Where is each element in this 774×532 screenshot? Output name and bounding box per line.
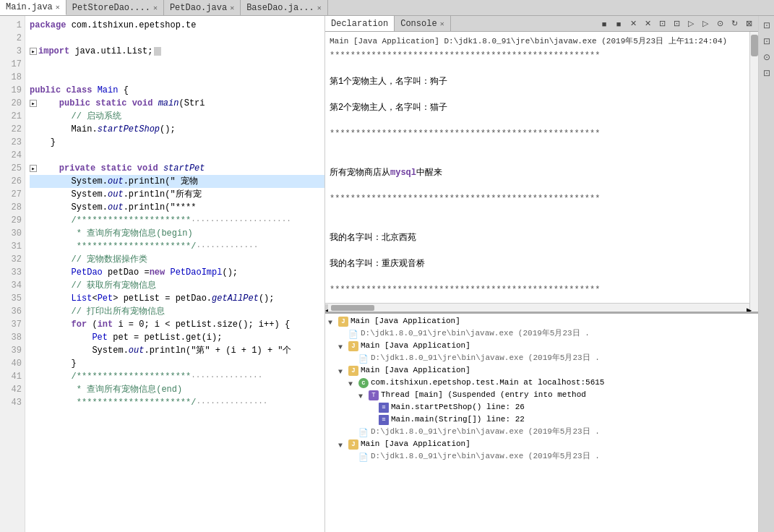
toolbar-btn-stop[interactable]: ■: [598, 17, 611, 30]
debug-item-8[interactable]: ≡ Main.main(String[]) line: 22: [325, 413, 758, 426]
ln-37: 37: [0, 318, 22, 331]
side-btn-3[interactable]: ⊙: [760, 51, 773, 64]
side-btn-1[interactable]: ⊡: [760, 19, 773, 32]
debug-item-6[interactable]: ▼ T Thread [main] (Suspended (entry into…: [325, 389, 758, 401]
toolbar-btn-stop2[interactable]: ■: [612, 17, 625, 30]
import-bracket: [154, 47, 161, 56]
panel-tab-bar: Declaration Console ✕ ■ ■ ✕ ✕ ⊡ ⊡ ▷ ▷ ⊙ …: [325, 16, 758, 32]
expand-icon-4[interactable]: ▼: [338, 366, 348, 376]
no-expand-1: [338, 329, 348, 339]
toolbar-btn-debug[interactable]: ⊙: [713, 17, 726, 30]
console-header: Main [Java Application] D:\jdk1.8.0_91\j…: [330, 35, 754, 48]
debug-item-4[interactable]: ▼ J Main [Java Application]: [325, 364, 758, 377]
expand-icon-10[interactable]: ▼: [338, 439, 348, 450]
fold-marker-20[interactable]: ▸: [30, 100, 37, 107]
debug-item-1[interactable]: 📄 D:\jdk1.8.0_91\jre\bin\javaw.exe (2019…: [325, 327, 758, 340]
ln-25: 25: [0, 162, 22, 175]
ln-21: 21: [0, 110, 22, 123]
exe-icon-1: 📄: [348, 329, 358, 339]
code-line-40: }: [30, 357, 324, 370]
app-icon-4: J: [348, 366, 358, 376]
tab-petdao[interactable]: PetDao.java ✕: [164, 0, 241, 15]
expand-icon-2[interactable]: ▼: [338, 341, 348, 351]
console-asterisks-3: ****************************************…: [330, 192, 754, 205]
tab-petstoredao[interactable]: PetStoreDao.... ✕: [66, 0, 164, 15]
tab-console-label: Console: [400, 19, 437, 29]
debug-item-3[interactable]: 📄 D:\jdk1.8.0_91\jre\bin\javaw.exe (2019…: [325, 352, 758, 364]
no-expand-8: [369, 415, 379, 425]
tab-bar: Main.java ✕ PetStoreDao.... ✕ PetDao.jav…: [0, 0, 774, 16]
toolbar-btn-x[interactable]: ⊠: [742, 17, 755, 30]
toolbar-btn-run2[interactable]: ▷: [699, 17, 712, 30]
debug-item-7[interactable]: ≡ Main.startPetShop() line: 26: [325, 401, 758, 413]
code-lines[interactable]: package com.itshixun.epetshop.te ▸ impor…: [25, 16, 324, 532]
tab-close-basedao[interactable]: ✕: [317, 4, 322, 12]
toolbar-btn-layout2[interactable]: ⊡: [670, 17, 683, 30]
class-icon-5: c: [358, 378, 369, 388]
debug-item-0[interactable]: ▼ J Main [Java Application]: [325, 315, 758, 327]
expand-icon-5[interactable]: ▼: [348, 378, 358, 388]
exe-icon-3: 📄: [358, 353, 369, 364]
console-scrollbar[interactable]: [749, 32, 758, 312]
keyword-package: package: [30, 19, 66, 32]
side-toolbar: ⊡ ⊡ ⊙ ⊡: [758, 16, 774, 532]
toolbar-btn-run1[interactable]: ▷: [684, 17, 697, 30]
app-icon-0: J: [338, 317, 348, 327]
tab-label: BaseDao.ja...: [246, 3, 314, 13]
debug-item-11[interactable]: 📄 D:\jdk1.8.0_91\jre\bin\javaw.exe (2019…: [325, 450, 758, 463]
code-line-32: // 宠物数据操作类: [30, 253, 324, 266]
code-content: 1 2 3 17 18 19 20 21 22 23 24 25 26 27 2…: [0, 16, 324, 532]
debug-item-5[interactable]: ▼ c com.itshixun.epetshop.test.Main at l…: [325, 377, 758, 389]
tab-main-java[interactable]: Main.java ✕: [0, 0, 66, 15]
ln-23: 23: [0, 136, 22, 149]
expand-icon-0[interactable]: ▼: [328, 317, 338, 327]
tab-close-petstoredao[interactable]: ✕: [153, 4, 158, 12]
console-hscroll[interactable]: ◀ ▶: [325, 303, 749, 312]
ln-40: 40: [0, 357, 22, 370]
ln-24: 24: [0, 149, 22, 162]
debug-text-6: Thread [main] (Suspended (entry into met…: [381, 389, 586, 401]
tab-console[interactable]: Console ✕: [395, 16, 450, 31]
code-editor: 1 2 3 17 18 19 20 21 22 23 24 25 26 27 2…: [0, 16, 325, 532]
hscroll-right-btn[interactable]: ▶: [747, 304, 749, 312]
toolbar-btn-close1[interactable]: ✕: [627, 17, 640, 30]
code-line-36: // 打印出所有宠物信息: [30, 305, 324, 318]
ln-41: 41: [0, 370, 22, 383]
console-line-beijing: 我的名字叫：北京西苑: [330, 231, 754, 244]
console-line-chongqing: 我的名字叫：重庆观音桥: [330, 257, 754, 270]
toolbar-btn-close2[interactable]: ✕: [641, 17, 654, 30]
ln-29: 29: [0, 214, 22, 227]
no-expand-3: [348, 353, 358, 364]
ln-2: 2: [0, 32, 22, 45]
tab-declaration[interactable]: Declaration: [325, 16, 395, 31]
side-btn-4[interactable]: ⊡: [760, 66, 773, 80]
fold-marker-25[interactable]: ▸: [30, 165, 37, 172]
code-line-21: // 启动系统: [30, 110, 324, 123]
debug-item-9[interactable]: 📄 D:\jdk1.8.0_91\jre\bin\javaw.exe (2019…: [325, 426, 758, 438]
code-line-31: **********************/ ·············: [30, 240, 324, 253]
toolbar-btn-refresh[interactable]: ↻: [728, 17, 741, 30]
tab-label: Main.java: [6, 2, 53, 12]
debug-text-1: D:\jdk1.8.0_91\jre\bin\javaw.exe (2019年5…: [361, 327, 590, 340]
debug-text-8: Main.main(String[]) line: 22: [391, 413, 525, 426]
debug-item-2[interactable]: ▼ J Main [Java Application]: [325, 340, 758, 352]
tab-console-close[interactable]: ✕: [440, 20, 444, 28]
panel-toolbar: ■ ■ ✕ ✕ ⊡ ⊡ ▷ ▷ ⊙ ↻ ⊠: [595, 16, 758, 31]
tab-basedao[interactable]: BaseDao.ja... ✕: [241, 0, 328, 15]
line-numbers: 1 2 3 17 18 19 20 21 22 23 24 25 26 27 2…: [0, 16, 25, 532]
method-icon-7: ≡: [379, 403, 389, 413]
ln-33: 33: [0, 266, 22, 279]
ln-18: 18: [0, 71, 22, 84]
ln-17: 17: [0, 58, 22, 71]
expand-icon-6[interactable]: ▼: [358, 390, 369, 400]
debug-item-10[interactable]: ▼ J Main [Java Application]: [325, 438, 758, 450]
tab-close-main-java[interactable]: ✕: [56, 3, 60, 12]
debug-text-4: Main [Java Application]: [361, 364, 470, 377]
toolbar-btn-layout1[interactable]: ⊡: [655, 17, 668, 30]
code-line-3: ▸ import java.util.List;: [30, 45, 324, 58]
tab-close-petdao[interactable]: ✕: [230, 4, 234, 12]
fold-marker-3[interactable]: ▸: [30, 48, 37, 55]
side-btn-2[interactable]: ⊡: [760, 35, 773, 48]
code-line-26: System.out.println(" 宠物: [30, 175, 324, 188]
ln-38: 38: [0, 331, 22, 344]
